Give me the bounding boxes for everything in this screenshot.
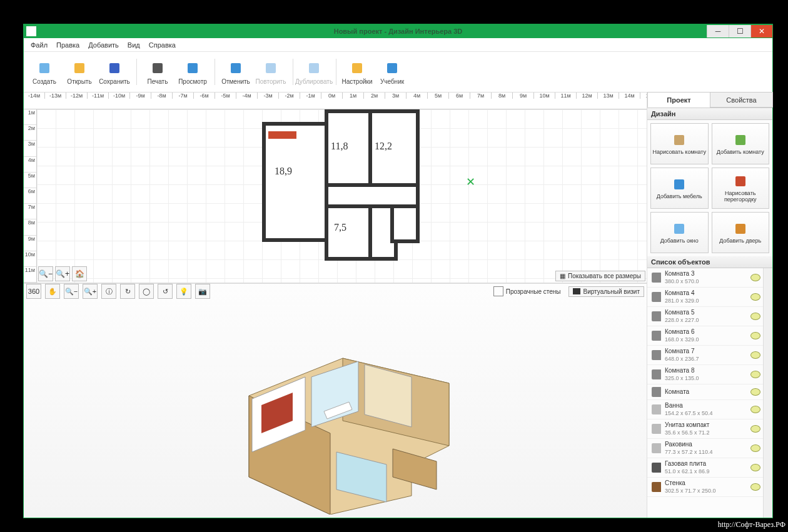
- visibility-toggle[interactable]: [750, 371, 760, 378]
- object-size: 228.0 x 227.0: [665, 316, 747, 324]
- visibility-toggle[interactable]: [750, 274, 760, 281]
- visibility-toggle[interactable]: [750, 406, 760, 413]
- toolbar-save-button[interactable]: Сохранить: [98, 55, 131, 89]
- object-size: 168.0 x 329.0: [665, 336, 747, 343]
- menu-вид[interactable]: Вид: [123, 40, 144, 50]
- object-item[interactable]: Ванна154.2 x 67.5 x 50.4: [647, 400, 763, 419]
- furniture-sofa[interactable]: [268, 131, 296, 139]
- canvas-3d[interactable]: 360 ✋ 🔍− 🔍+ ⓘ ↻ ◯ ↺ 💡 📷 Прозрачные стены: [24, 283, 647, 518]
- floorplan-outline: 18,9 11,8 12,2 7,5: [281, 109, 434, 272]
- lasso-button[interactable]: ◯: [139, 284, 154, 299]
- ruler-vertical: 1м2м3м4м5м6м7м8м9м10м11м: [24, 109, 37, 283]
- design-add-room-button[interactable]: Добавить комнату: [712, 123, 770, 164]
- object-size: 325.0 x 135.0: [665, 374, 747, 382]
- design-draw-room-button[interactable]: Нарисовать комнату: [650, 123, 709, 164]
- design-label: Добавить окно: [660, 238, 699, 244]
- object-item[interactable]: Комната 7648.0 x 236.7: [647, 346, 763, 365]
- canvas-2d[interactable]: 1м2м3м4м5м6м7м8м9м10м11м 18,9 11,8 12,2: [24, 109, 647, 283]
- window-buttons: ─ ☐ ✕: [707, 25, 772, 38]
- visibility-toggle[interactable]: [750, 351, 760, 359]
- object-item[interactable]: Комната 5228.0 x 227.0: [647, 307, 763, 326]
- design-door-button[interactable]: Добавить дверь: [712, 212, 770, 253]
- toolbar-copy-button[interactable]: Дублировать: [297, 55, 331, 89]
- object-item[interactable]: Комната 4281.0 x 329.0: [647, 288, 763, 307]
- toolbar-redo-button[interactable]: Повторить: [254, 55, 288, 89]
- toolbar-folder-button[interactable]: Открыть: [63, 55, 96, 89]
- design-window-button[interactable]: Добавить окно: [650, 212, 709, 253]
- room-icon: [650, 291, 661, 303]
- toolbar-label: Печать: [148, 78, 168, 85]
- maximize-button[interactable]: ☐: [729, 25, 750, 38]
- eye-icon: [750, 406, 760, 413]
- pan-button[interactable]: ✋: [45, 284, 60, 299]
- floor-plan[interactable]: 18,9 11,8 12,2 7,5 ✕ 🔍− 🔍+ 🏠 ▦ Показыват…: [37, 109, 647, 283]
- light-button[interactable]: 💡: [176, 284, 191, 299]
- toolbar-file-button[interactable]: Создать: [28, 55, 61, 89]
- visibility-toggle[interactable]: [750, 293, 760, 301]
- undo3d-button[interactable]: ↺: [158, 284, 173, 299]
- object-item[interactable]: Комната 6168.0 x 329.0: [647, 326, 763, 346]
- menu-правка[interactable]: Правка: [52, 40, 84, 50]
- transparent-walls-toggle[interactable]: Прозрачные стены: [493, 286, 561, 296]
- visibility-toggle[interactable]: [750, 444, 760, 452]
- toolbar: СоздатьОткрытьСохранитьПечатьПросмотрОтм…: [24, 52, 772, 93]
- main-pane: -14м-13м-12м-11м-10м-9м-8м-7м-6м-5м-4м-3…: [24, 93, 647, 518]
- object-item[interactable]: Комната 8325.0 x 135.0: [647, 365, 763, 384]
- svg-rect-6: [266, 63, 276, 73]
- object-item[interactable]: Комната 3380.0 x 570.0: [647, 268, 763, 288]
- watermark: http://Софт-Варез.РФ: [718, 520, 785, 529]
- design-chair-button[interactable]: Добавить мебель: [650, 168, 709, 209]
- object-item[interactable]: Унитаз компакт35.6 x 56.5 x 71.2: [647, 419, 763, 439]
- brick-icon: [734, 174, 747, 188]
- visibility-toggle[interactable]: [750, 425, 760, 433]
- visibility-toggle[interactable]: [750, 313, 760, 320]
- sink-icon: [650, 443, 661, 454]
- object-list[interactable]: Комната 3380.0 x 570.0Комната 4281.0 x 3…: [647, 268, 763, 518]
- object-size: 281.0 x 329.0: [665, 297, 747, 304]
- room-area-4: 7,5: [334, 222, 346, 233]
- toolbar-help-button[interactable]: Учебник: [375, 55, 409, 89]
- room-area-1: 18,9: [275, 166, 292, 177]
- visibility-toggle[interactable]: [750, 464, 760, 471]
- svg-rect-8: [352, 63, 362, 73]
- visibility-toggle[interactable]: [750, 388, 760, 396]
- object-name: Стенка: [665, 479, 747, 487]
- zoom-out-2d-button[interactable]: 🔍−: [38, 266, 53, 281]
- close-button[interactable]: ✕: [750, 25, 772, 38]
- design-brick-button[interactable]: Нарисовать перегородку: [712, 168, 770, 209]
- toolbar-monitor-button[interactable]: Просмотр: [176, 55, 210, 89]
- object-item[interactable]: Газовая плита51.0 x 62.1 x 86.9: [647, 458, 763, 478]
- menu-справка[interactable]: Справка: [144, 40, 180, 50]
- visibility-toggle[interactable]: [750, 483, 760, 491]
- toolbar-undo-button[interactable]: Отменить: [219, 55, 253, 89]
- zoom-out-3d-button[interactable]: 🔍−: [64, 284, 79, 299]
- room-6[interactable]: [390, 204, 420, 243]
- toolbar-gear-button[interactable]: Настройки: [340, 55, 374, 89]
- rotate-button[interactable]: ↻: [120, 284, 135, 299]
- object-size: 648.0 x 236.7: [665, 355, 747, 363]
- zoom-in-2d-button[interactable]: 🔍+: [55, 266, 70, 281]
- visibility-toggle[interactable]: [750, 332, 760, 339]
- virtual-visit-button[interactable]: Виртуальный визит: [568, 286, 644, 297]
- scrollbar[interactable]: [763, 268, 772, 518]
- stove-icon: [650, 462, 661, 473]
- info-button[interactable]: ⓘ: [101, 284, 116, 299]
- camera-button[interactable]: 📷: [195, 284, 210, 299]
- view360-button[interactable]: 360: [26, 284, 41, 299]
- svg-rect-0: [39, 63, 49, 73]
- zoom-in-3d-button[interactable]: 🔍+: [83, 284, 98, 299]
- object-item[interactable]: Комната: [647, 384, 763, 400]
- object-item[interactable]: Стенка302.5 x 71.7 x 250.0: [647, 478, 763, 497]
- object-item[interactable]: Раковина77.3 x 57.2 x 110.4: [647, 439, 763, 458]
- tab-project[interactable]: Проект: [647, 92, 710, 108]
- tab-properties[interactable]: Свойства: [710, 92, 773, 108]
- toolbar-printer-button[interactable]: Печать: [141, 55, 174, 89]
- menu-файл[interactable]: Файл: [26, 40, 52, 50]
- folder-icon: [71, 59, 88, 77]
- home-2d-button[interactable]: 🏠: [72, 266, 87, 281]
- minimize-button[interactable]: ─: [707, 25, 729, 38]
- menu-добавить[interactable]: Добавить: [84, 40, 123, 50]
- object-name: Комната 6: [665, 328, 747, 336]
- show-all-sizes-toggle[interactable]: ▦ Показывать все размеры: [555, 271, 645, 281]
- room-1[interactable]: [262, 122, 332, 242]
